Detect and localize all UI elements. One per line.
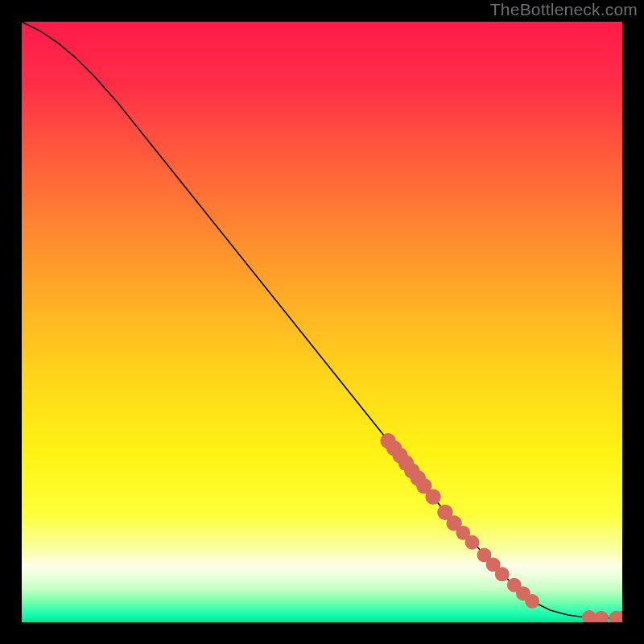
bottleneck-chart	[22, 22, 622, 622]
chart-frame: TheBottleneck.com	[0, 0, 644, 644]
data-marker	[465, 535, 480, 550]
attribution-label: TheBottleneck.com	[490, 0, 638, 19]
data-marker	[425, 489, 440, 504]
data-marker	[495, 567, 510, 581]
data-marker	[525, 594, 539, 609]
plot-background	[22, 22, 622, 622]
